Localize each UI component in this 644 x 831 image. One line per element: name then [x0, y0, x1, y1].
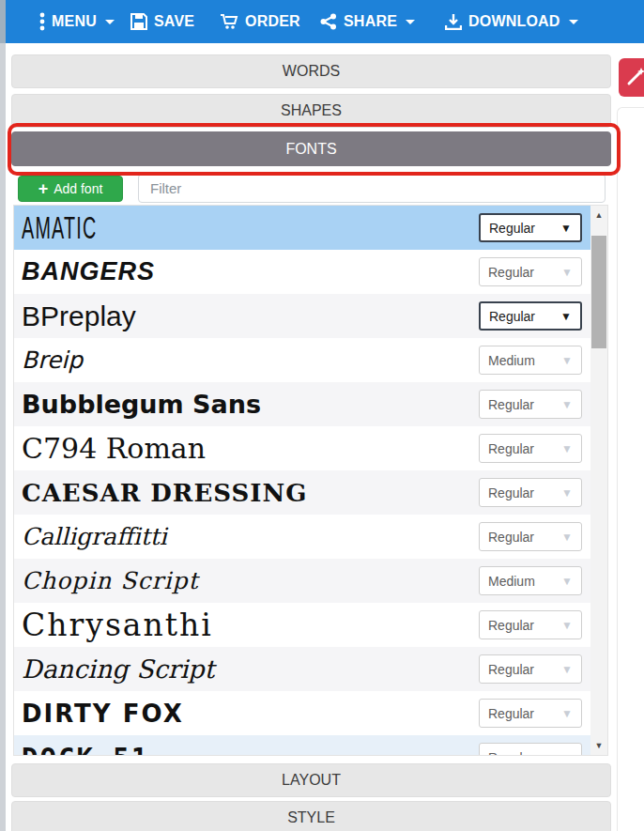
font-name: Breip: [22, 346, 479, 374]
font-weight-value: Regular: [488, 441, 561, 456]
section-shapes[interactable]: SHAPES: [11, 94, 611, 128]
font-weight-select[interactable]: Regular ▼: [479, 434, 582, 463]
section-layout[interactable]: LAYOUT: [11, 763, 611, 797]
font-weight-select[interactable]: Regular ▼: [479, 522, 582, 551]
chevron-down-icon: ▼: [560, 311, 572, 322]
font-weight-value: Regular: [488, 750, 561, 757]
font-weight-value: Medium: [488, 353, 561, 368]
font-weight-value: Regular: [488, 618, 561, 633]
screen-edge-strip: [0, 0, 6, 831]
menu-button[interactable]: MENU: [39, 0, 115, 43]
scrollbar-thumb[interactable]: [591, 236, 606, 348]
font-list-item[interactable]: Breip Medium ▼: [14, 338, 591, 382]
chevron-down-icon: ▼: [560, 223, 572, 234]
font-name: Chrysanthi: [22, 607, 479, 643]
font-list-item[interactable]: Bubblegum Sans Regular ▼: [14, 382, 591, 426]
font-list-item[interactable]: C794 Roman Regular ▼: [14, 426, 591, 470]
section-style[interactable]: STYLE: [11, 801, 611, 831]
font-list-item[interactable]: BPreplay Regular ▼: [14, 294, 591, 338]
font-name: Calligraffitti: [22, 523, 479, 550]
chevron-down-icon: ▼: [561, 531, 573, 543]
section-layout-label: LAYOUT: [282, 772, 341, 789]
chevron-down-icon: ▼: [561, 443, 573, 454]
font-weight-select[interactable]: Regular ▼: [479, 301, 582, 331]
save-button[interactable]: SAVE: [130, 0, 194, 43]
section-words[interactable]: WORDS: [11, 54, 611, 88]
font-list-scrollbar[interactable]: ▲ ▼: [590, 206, 607, 755]
font-list-item[interactable]: Amatic Regular ▼: [14, 206, 591, 250]
font-list-item[interactable]: Dock 51 Regular ▼: [14, 735, 591, 756]
magic-wand-icon: [626, 66, 644, 90]
wordart-app: MENU SAVE ORDER SHARE DOWNLOAD: [0, 0, 644, 831]
section-fonts-label: FONTS: [285, 141, 336, 158]
font-list-item[interactable]: Chopin Script Medium ▼: [14, 559, 591, 603]
save-button-label: SAVE: [154, 13, 194, 30]
font-name: Dirty Fox: [22, 700, 479, 728]
font-weight-value: Regular: [489, 221, 560, 236]
font-name: Dock 51: [22, 742, 479, 757]
font-name: C794 Roman: [22, 432, 479, 465]
font-weight-select[interactable]: Regular ▼: [479, 654, 582, 684]
scroll-up-button[interactable]: ▲: [590, 206, 607, 224]
chevron-down-icon: ▼: [561, 752, 573, 757]
chevron-down-icon: [569, 20, 578, 24]
plus-icon: +: [38, 180, 49, 197]
font-weight-select[interactable]: Regular ▼: [479, 699, 582, 728]
font-weight-select[interactable]: Regular ▼: [479, 610, 582, 639]
order-button[interactable]: ORDER: [220, 0, 300, 43]
chevron-down-icon: ▼: [561, 399, 573, 410]
font-name: Bubblegum Sans: [22, 390, 479, 419]
font-weight-select[interactable]: Regular ▼: [479, 478, 582, 507]
section-fonts[interactable]: FONTS: [11, 131, 611, 166]
chevron-down-icon: ▼: [561, 664, 573, 675]
font-weight-select[interactable]: Regular ▼: [479, 257, 582, 286]
font-list-item[interactable]: Chrysanthi Regular ▼: [14, 603, 591, 647]
font-weight-value: Regular: [488, 662, 561, 677]
kebab-menu-icon: [39, 12, 45, 31]
download-button-label: DOWNLOAD: [468, 13, 560, 30]
add-font-button[interactable]: + Add font: [18, 176, 123, 202]
scroll-down-icon: ▼: [595, 741, 604, 750]
font-name: Caesar Dressing: [22, 479, 479, 507]
scroll-up-icon: ▲: [595, 210, 604, 220]
font-filter-input[interactable]: [138, 174, 606, 203]
top-toolbar: MENU SAVE ORDER SHARE DOWNLOAD: [6, 0, 644, 43]
share-button[interactable]: SHARE: [320, 0, 415, 43]
font-list-item[interactable]: Caesar Dressing Regular ▼: [14, 470, 591, 515]
download-button[interactable]: DOWNLOAD: [445, 0, 578, 43]
font-weight-value: Regular: [488, 397, 561, 412]
share-button-label: SHARE: [344, 13, 397, 30]
font-weight-value: Regular: [488, 485, 561, 500]
visualize-button[interactable]: [619, 58, 644, 97]
font-weight-select[interactable]: Regular ▼: [479, 743, 582, 756]
scroll-down-button[interactable]: ▼: [590, 736, 607, 755]
chevron-down-icon: ▼: [561, 620, 573, 631]
font-list-item[interactable]: Dancing Script Regular ▼: [14, 647, 591, 691]
font-list-item[interactable]: Bangers Regular ▼: [14, 250, 591, 294]
canvas-area: [617, 107, 644, 831]
font-weight-value: Regular: [488, 265, 561, 280]
section-shapes-label: SHAPES: [281, 102, 342, 119]
cart-icon: [220, 13, 238, 30]
font-name: BPreplay: [22, 300, 479, 332]
font-list-item[interactable]: Calligraffitti Regular ▼: [14, 515, 591, 559]
font-weight-select[interactable]: Medium ▼: [479, 346, 582, 375]
chevron-down-icon: ▼: [561, 267, 573, 278]
font-name: Chopin Script: [22, 567, 479, 594]
font-list: Amatic Regular ▼ Bangers Regular ▼ BPrep…: [13, 205, 608, 756]
menu-button-label: MENU: [52, 13, 97, 30]
font-weight-select[interactable]: Regular ▼: [479, 390, 582, 419]
font-weight-value: Regular: [489, 309, 560, 324]
chevron-down-icon: ▼: [561, 355, 573, 366]
font-weight-select[interactable]: Medium ▼: [479, 566, 582, 595]
section-style-label: STYLE: [287, 809, 335, 826]
font-rows: Amatic Regular ▼ Bangers Regular ▼ BPrep…: [14, 206, 591, 756]
chevron-down-icon: [406, 20, 415, 24]
chevron-down-icon: ▼: [561, 576, 573, 587]
font-name: Amatic: [22, 210, 296, 246]
font-list-item[interactable]: Dirty Fox Regular ▼: [14, 691, 591, 735]
save-icon: [130, 13, 147, 30]
download-icon: [445, 13, 462, 30]
font-weight-select[interactable]: Regular ▼: [479, 213, 582, 242]
font-name: Dancing Script: [22, 654, 479, 684]
